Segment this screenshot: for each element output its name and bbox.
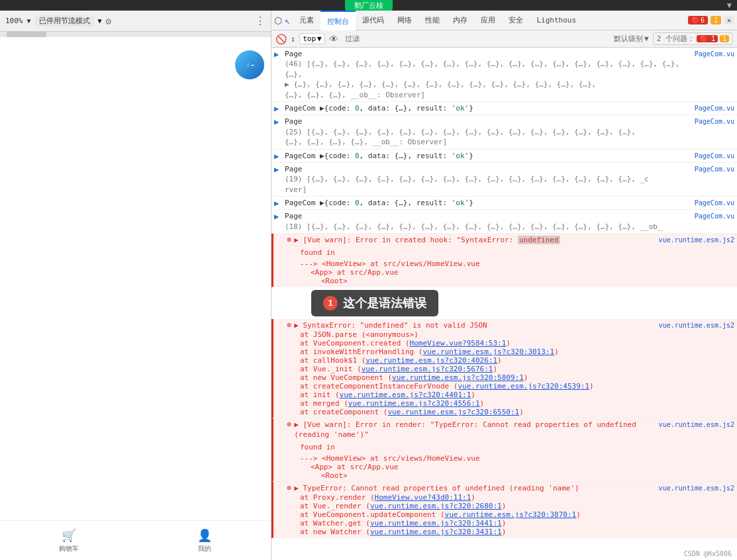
- source-link[interactable]: PageCom.vu: [695, 50, 734, 58]
- tab-console[interactable]: 控制台: [320, 11, 356, 30]
- source-link-error3[interactable]: vue.runtime.esm.js2: [659, 421, 734, 428]
- issue-warn-badge: 1: [720, 35, 729, 42]
- tab-application[interactable]: 应用: [474, 11, 502, 30]
- error-row-3: ⊗ ▶ [Vue warn]: Error in render: "TypeEr…: [271, 418, 737, 482]
- mine-icon: 👤: [197, 528, 212, 542]
- table-row: ▶ Page (18) [{…}, {…}, {…}, {…}, {…}, {……: [271, 210, 737, 234]
- source-link[interactable]: PageCom.vu: [695, 199, 734, 207]
- filter-label: 过滤: [345, 34, 360, 44]
- warn-count-badge: 1: [711, 16, 721, 24]
- tab-elements[interactable]: 元素: [293, 11, 320, 30]
- mine-label: 我的: [198, 544, 211, 553]
- zoom-level: 100%: [5, 17, 23, 25]
- csdn-watermark: CSDN @HxS006: [684, 550, 732, 557]
- source-link-error4[interactable]: vue.runtime.esm.js2: [659, 485, 734, 492]
- tab-network[interactable]: 网络: [391, 11, 418, 30]
- cart-label: 购物车: [59, 544, 79, 553]
- tab-performance[interactable]: 性能: [418, 11, 446, 30]
- top-label: top: [303, 34, 316, 43]
- issues-badge[interactable]: 2 个问题： 🔴 1 1: [653, 32, 733, 45]
- eye-icon[interactable]: 👁: [329, 34, 338, 44]
- clear-console-icon[interactable]: 🚫: [275, 34, 287, 44]
- error-row-4: ⊗ ▶ TypeError: Cannot read properties of…: [271, 482, 737, 538]
- default-level-selector[interactable]: 默认级别 ▼: [614, 34, 649, 44]
- table-row: ▶ PageCom ▶{code: 0, data: {…}, result: …: [271, 102, 737, 115]
- chevron-down-icon: ▼: [727, 1, 732, 10]
- zoom-arrow-icon[interactable]: ▼: [27, 17, 31, 24]
- error-row-2: ⊗ ▶ SyntaxError: "undefined" is not vali…: [271, 319, 737, 418]
- level-arrow-icon: ▼: [644, 34, 649, 43]
- tencent-logo-bar: 鹅厂云核: [345, 0, 393, 11]
- table-row: ▶ Page (46) [{…}, {…}, {…}, {…}, {…}, {……: [271, 48, 737, 102]
- issue-error-badge: 🔴 1: [697, 35, 718, 42]
- source-link[interactable]: PageCom.vu: [695, 212, 734, 220]
- source-link-error1[interactable]: vue.runtime.esm.js2: [659, 236, 734, 244]
- error-row-1: ⊗ ▶ [Vue warn]: Error in created hook: "…: [271, 234, 737, 287]
- table-row: ▶ Page (25) [{…}, {…}, {…}, {…}, {…}, {……: [271, 115, 737, 149]
- source-link[interactable]: PageCom.vu: [695, 165, 734, 173]
- cart-icon: 🛒: [62, 528, 76, 542]
- devtools-inspect-icon[interactable]: ⬡: [274, 15, 282, 26]
- top-context-selector[interactable]: top ▼: [299, 33, 325, 44]
- tab-memory[interactable]: 内存: [446, 11, 474, 30]
- tab-security[interactable]: 安全: [502, 11, 530, 30]
- error-count-badge: 🔴 6: [688, 16, 708, 24]
- annotation-bubble: 1 这个是语法错误: [311, 290, 737, 316]
- close-panel-icon[interactable]: ✕: [724, 16, 734, 24]
- settings-icon[interactable]: ⚙: [106, 16, 111, 26]
- table-row: ▶ Page (19) [{…}, {…}, {…}, {…}, {…}, {……: [271, 163, 737, 197]
- source-link[interactable]: PageCom.vu: [695, 105, 734, 112]
- mine-nav-item[interactable]: 👤 我的: [197, 528, 212, 553]
- source-link[interactable]: PageCom.vu: [695, 152, 734, 160]
- cart-nav-item[interactable]: 🛒 购物车: [59, 528, 79, 553]
- tab-sources[interactable]: 源代码: [356, 11, 391, 30]
- devtools-cursor-icon[interactable]: ↖: [285, 15, 290, 26]
- more-options-icon[interactable]: ⋮: [255, 15, 266, 27]
- avatar: ：—: [235, 50, 264, 79]
- annotation-number: 1: [323, 296, 338, 310]
- source-link[interactable]: PageCom.vu: [695, 118, 734, 125]
- top-arrow-icon: ▼: [317, 34, 322, 43]
- tencent-logo-text: 鹅厂云核: [354, 1, 383, 9]
- console-output: ▶ Page (46) [{…}, {…}, {…}, {…}, {…}, {……: [271, 48, 737, 560]
- table-row: ▶ PageCom ▶{code: 0, data: {…}, result: …: [271, 197, 737, 210]
- source-link-error2[interactable]: vue.runtime.esm.js2: [659, 322, 734, 329]
- battery-arrow-icon[interactable]: ▼: [98, 17, 102, 24]
- battery-mode-label: 已停用节流模式: [35, 15, 94, 26]
- table-row: ▶ PageCom ▶{code: 0, data: {…}, result: …: [271, 150, 737, 163]
- expand-icon[interactable]: ↕: [291, 34, 295, 44]
- tab-lighthouse[interactable]: Lighthous: [530, 11, 583, 30]
